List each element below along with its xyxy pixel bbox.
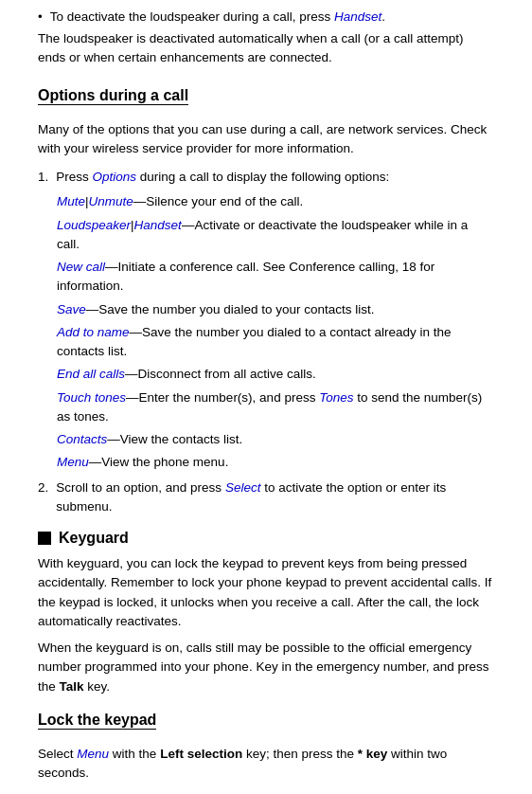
lock-keypad-section: Lock the keypad Select Menu with the Lef… [38, 712, 494, 784]
sub-item-mute: Mute|Unmute—Silence your end of the call… [57, 192, 494, 211]
lock-keypad-body: Select Menu with the Left selection key;… [38, 745, 494, 784]
sub-item-save: Save—Save the number you dialed to your … [57, 300, 494, 319]
keyguard-section: Keyguard With keyguard, you can lock the… [38, 530, 494, 696]
mute-link[interactable]: Mute [57, 194, 85, 208]
keyguard-heading: Keyguard [59, 530, 129, 547]
left-selection-bold: Left selection [160, 747, 242, 761]
options-intro: Many of the options that you can use dur… [38, 120, 494, 159]
step1-number: 1. [38, 168, 48, 187]
options-link-text[interactable]: Options [93, 170, 137, 184]
select-link[interactable]: Select [225, 480, 261, 495]
menu-link[interactable]: Menu [57, 455, 89, 469]
tones-link[interactable]: Tones [319, 390, 353, 405]
keyguard-para1: With keyguard, you can lock the keypad t… [38, 554, 494, 631]
sub-item-touchtones: Touch tones—Enter the number(s), and pre… [57, 388, 494, 427]
keyguard-heading-row: Keyguard [38, 530, 494, 547]
endallcalls-link[interactable]: End all calls [57, 367, 125, 381]
loudspeaker-link[interactable]: Loudspeaker [57, 218, 131, 232]
star-key-bold: * key [358, 747, 388, 761]
options-sub-list: Mute|Unmute—Silence your end of the call… [57, 192, 494, 472]
handset-link[interactable]: Handset [334, 9, 381, 24]
sub-item-menu: Menu—View the phone menu. [57, 453, 494, 472]
keyguard-para2: When the keyguard is on, calls still may… [38, 639, 494, 696]
newcall-link[interactable]: New call [57, 260, 105, 274]
options-heading: Options during a call [38, 87, 188, 105]
bullet-intro-item: • To deactivate the loudspeaker during a… [38, 9, 494, 24]
touchtones-link[interactable]: Touch tones [57, 390, 126, 405]
lock-keypad-heading: Lock the keypad [38, 712, 156, 730]
bullet-dot: • [38, 9, 43, 24]
talk-key-bold: Talk [60, 679, 84, 694]
page-container: • To deactivate the loudspeaker during a… [0, 0, 532, 794]
contacts-link[interactable]: Contacts [57, 432, 107, 446]
menu-link2[interactable]: Menu [77, 747, 109, 761]
intro-paragraph: The loudspeaker is deactivated automatic… [38, 29, 494, 68]
step2-text: Scroll to an option, and press Select to… [56, 478, 494, 517]
unmute-link[interactable]: Unmute [89, 194, 133, 208]
lock-keypad-heading-container: Lock the keypad [38, 712, 494, 737]
handset2-link[interactable]: Handset [134, 218, 182, 232]
save-link[interactable]: Save [57, 302, 86, 316]
addtoname-link[interactable]: Add to name [57, 325, 130, 339]
options-heading-container: Options during a call [38, 78, 494, 113]
sub-item-loudspeaker: Loudspeaker|Handset—Activate or deactiva… [57, 216, 494, 255]
step2-number: 2. [38, 478, 48, 497]
step2-item: 2. Scroll to an option, and press Select… [38, 478, 494, 517]
sub-item-addtoname: Add to name—Save the number you dialed t… [57, 323, 494, 362]
keyguard-icon [38, 532, 51, 545]
step1-item: 1. Press Options during a call to displa… [38, 168, 494, 187]
bullet-intro-text: To deactivate the loudspeaker during a c… [50, 9, 385, 24]
sub-item-endallcalls: End all calls—Disconnect from all active… [57, 365, 494, 384]
sub-item-newcall: New call—Initiate a conference call. See… [57, 258, 494, 297]
step1-text: Press Options during a call to display t… [56, 168, 389, 187]
sub-item-contacts: Contacts—View the contacts list. [57, 430, 494, 449]
